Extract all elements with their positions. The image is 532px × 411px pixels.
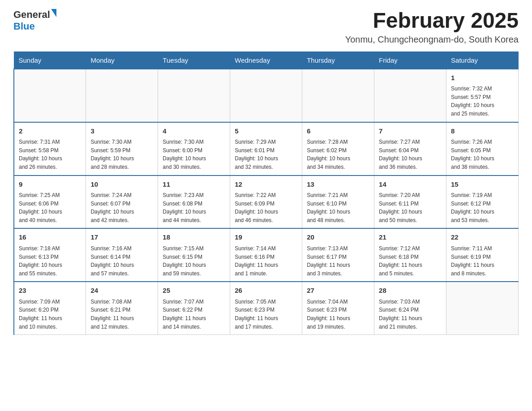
logo-triangle-icon — [51, 9, 56, 17]
day-info: Sunrise: 7:25 AM Sunset: 6:06 PM Dayligh… — [19, 191, 81, 224]
day-number: 21 — [379, 232, 442, 243]
day-number: 3 — [90, 126, 153, 137]
calendar-cell-w2-d2: 3Sunrise: 7:30 AM Sunset: 5:59 PM Daylig… — [86, 122, 158, 176]
day-info: Sunrise: 7:30 AM Sunset: 6:00 PM Dayligh… — [163, 138, 225, 171]
calendar-cell-w5-d1: 23Sunrise: 7:09 AM Sunset: 6:20 PM Dayli… — [14, 282, 86, 334]
calendar-header-friday: Friday — [374, 51, 446, 69]
calendar-cell-w2-d1: 2Sunrise: 7:31 AM Sunset: 5:58 PM Daylig… — [14, 122, 86, 176]
calendar-cell-w5-d6: 28Sunrise: 7:03 AM Sunset: 6:24 PM Dayli… — [374, 282, 446, 334]
calendar-cell-w3-d5: 13Sunrise: 7:21 AM Sunset: 6:10 PM Dayli… — [302, 176, 374, 229]
logo-general-text: General — [13, 9, 50, 21]
day-info: Sunrise: 7:29 AM Sunset: 6:01 PM Dayligh… — [235, 138, 297, 171]
calendar-cell-w5-d3: 25Sunrise: 7:07 AM Sunset: 6:22 PM Dayli… — [158, 282, 230, 334]
day-info: Sunrise: 7:04 AM Sunset: 6:23 PM Dayligh… — [307, 298, 369, 331]
day-info: Sunrise: 7:21 AM Sunset: 6:10 PM Dayligh… — [307, 191, 369, 224]
calendar-cell-w3-d6: 14Sunrise: 7:20 AM Sunset: 6:11 PM Dayli… — [374, 176, 446, 229]
day-info: Sunrise: 7:13 AM Sunset: 6:17 PM Dayligh… — [307, 244, 369, 278]
day-number: 20 — [307, 232, 369, 243]
calendar-header-saturday: Saturday — [446, 51, 519, 69]
calendar-cell-w5-d4: 26Sunrise: 7:05 AM Sunset: 6:23 PM Dayli… — [230, 282, 302, 334]
calendar-cell-w1-d6 — [374, 69, 446, 122]
day-number: 13 — [307, 180, 369, 190]
day-info: Sunrise: 7:07 AM Sunset: 6:22 PM Dayligh… — [163, 298, 225, 331]
day-number: 1 — [451, 73, 514, 83]
calendar-cell-w4-d1: 16Sunrise: 7:18 AM Sunset: 6:13 PM Dayli… — [14, 228, 86, 282]
day-number: 11 — [163, 180, 225, 190]
day-info: Sunrise: 7:23 AM Sunset: 6:08 PM Dayligh… — [163, 191, 225, 224]
calendar-cell-w4-d6: 21Sunrise: 7:12 AM Sunset: 6:18 PM Dayli… — [374, 228, 446, 282]
day-number: 4 — [163, 126, 225, 137]
calendar-cell-w4-d3: 18Sunrise: 7:15 AM Sunset: 6:15 PM Dayli… — [158, 228, 230, 282]
day-number: 16 — [19, 232, 81, 243]
logo: General Blue — [13, 9, 56, 32]
day-number: 8 — [451, 126, 514, 137]
day-number: 27 — [307, 286, 369, 296]
calendar-cell-w2-d6: 7Sunrise: 7:27 AM Sunset: 6:04 PM Daylig… — [374, 122, 446, 176]
day-number: 18 — [163, 232, 225, 243]
day-info: Sunrise: 7:15 AM Sunset: 6:15 PM Dayligh… — [163, 244, 225, 278]
calendar-cell-w3-d7: 15Sunrise: 7:19 AM Sunset: 6:12 PM Dayli… — [446, 176, 519, 229]
day-info: Sunrise: 7:05 AM Sunset: 6:23 PM Dayligh… — [235, 298, 297, 331]
day-number: 2 — [19, 126, 81, 137]
page-header: General Blue February 2025 Yonmu, Chungc… — [13, 9, 519, 45]
day-info: Sunrise: 7:12 AM Sunset: 6:18 PM Dayligh… — [379, 244, 442, 278]
calendar-cell-w2-d4: 5Sunrise: 7:29 AM Sunset: 6:01 PM Daylig… — [230, 122, 302, 176]
day-info: Sunrise: 7:11 AM Sunset: 6:19 PM Dayligh… — [451, 244, 514, 278]
calendar-cell-w1-d5 — [302, 69, 374, 122]
day-info: Sunrise: 7:14 AM Sunset: 6:16 PM Dayligh… — [235, 244, 297, 278]
calendar-header-tuesday: Tuesday — [158, 51, 230, 69]
calendar-header-row: SundayMondayTuesdayWednesdayThursdayFrid… — [14, 51, 519, 69]
day-number: 6 — [307, 126, 369, 137]
day-info: Sunrise: 7:16 AM Sunset: 6:14 PM Dayligh… — [90, 244, 153, 278]
calendar-header-thursday: Thursday — [302, 51, 374, 69]
day-number: 17 — [90, 232, 153, 243]
day-number: 26 — [235, 286, 297, 296]
calendar-cell-w5-d7 — [446, 282, 519, 334]
day-info: Sunrise: 7:24 AM Sunset: 6:07 PM Dayligh… — [90, 191, 153, 224]
calendar-week-row-2: 2Sunrise: 7:31 AM Sunset: 5:58 PM Daylig… — [14, 122, 519, 176]
day-info: Sunrise: 7:26 AM Sunset: 6:05 PM Dayligh… — [451, 138, 514, 171]
calendar-cell-w2-d7: 8Sunrise: 7:26 AM Sunset: 6:05 PM Daylig… — [446, 122, 519, 176]
calendar-week-row-4: 16Sunrise: 7:18 AM Sunset: 6:13 PM Dayli… — [14, 228, 519, 282]
day-number: 24 — [90, 286, 153, 296]
day-number: 23 — [19, 286, 81, 296]
calendar-cell-w5-d2: 24Sunrise: 7:08 AM Sunset: 6:21 PM Dayli… — [86, 282, 158, 334]
day-number: 25 — [163, 286, 225, 296]
day-number: 15 — [451, 180, 514, 190]
title-area: February 2025 Yonmu, Chungcheongnam-do, … — [345, 9, 519, 45]
calendar-cell-w1-d7: 1Sunrise: 7:32 AM Sunset: 5:57 PM Daylig… — [446, 69, 519, 122]
day-info: Sunrise: 7:27 AM Sunset: 6:04 PM Dayligh… — [379, 138, 442, 171]
day-info: Sunrise: 7:03 AM Sunset: 6:24 PM Dayligh… — [379, 298, 442, 331]
calendar-cell-w4-d2: 17Sunrise: 7:16 AM Sunset: 6:14 PM Dayli… — [86, 228, 158, 282]
calendar-cell-w3-d1: 9Sunrise: 7:25 AM Sunset: 6:06 PM Daylig… — [14, 176, 86, 229]
day-number: 12 — [235, 180, 297, 190]
calendar-header-monday: Monday — [86, 51, 158, 69]
day-number: 28 — [379, 286, 442, 296]
calendar-cell-w3-d4: 12Sunrise: 7:22 AM Sunset: 6:09 PM Dayli… — [230, 176, 302, 229]
calendar-week-row-3: 9Sunrise: 7:25 AM Sunset: 6:06 PM Daylig… — [14, 176, 519, 229]
day-info: Sunrise: 7:09 AM Sunset: 6:20 PM Dayligh… — [19, 298, 81, 331]
calendar-cell-w5-d5: 27Sunrise: 7:04 AM Sunset: 6:23 PM Dayli… — [302, 282, 374, 334]
day-info: Sunrise: 7:28 AM Sunset: 6:02 PM Dayligh… — [307, 138, 369, 171]
calendar-cell-w1-d1 — [14, 69, 86, 122]
day-number: 7 — [379, 126, 442, 137]
calendar-cell-w2-d3: 4Sunrise: 7:30 AM Sunset: 6:00 PM Daylig… — [158, 122, 230, 176]
day-number: 10 — [90, 180, 153, 190]
day-info: Sunrise: 7:19 AM Sunset: 6:12 PM Dayligh… — [451, 191, 514, 224]
calendar-table: SundayMondayTuesdayWednesdayThursdayFrid… — [13, 51, 519, 335]
calendar-cell-w4-d5: 20Sunrise: 7:13 AM Sunset: 6:17 PM Dayli… — [302, 228, 374, 282]
day-info: Sunrise: 7:31 AM Sunset: 5:58 PM Dayligh… — [19, 138, 81, 171]
calendar-week-row-5: 23Sunrise: 7:09 AM Sunset: 6:20 PM Dayli… — [14, 282, 519, 334]
calendar-cell-w1-d2 — [86, 69, 158, 122]
day-number: 14 — [379, 180, 442, 190]
day-number: 19 — [235, 232, 297, 243]
calendar-header-sunday: Sunday — [14, 51, 86, 69]
day-number: 22 — [451, 232, 514, 243]
calendar-cell-w4-d7: 22Sunrise: 7:11 AM Sunset: 6:19 PM Dayli… — [446, 228, 519, 282]
subtitle: Yonmu, Chungcheongnam-do, South Korea — [345, 34, 519, 45]
day-number: 9 — [19, 180, 81, 190]
calendar-header-wednesday: Wednesday — [230, 51, 302, 69]
day-info: Sunrise: 7:08 AM Sunset: 6:21 PM Dayligh… — [90, 298, 153, 331]
calendar-cell-w1-d4 — [230, 69, 302, 122]
main-title: February 2025 — [345, 9, 519, 33]
